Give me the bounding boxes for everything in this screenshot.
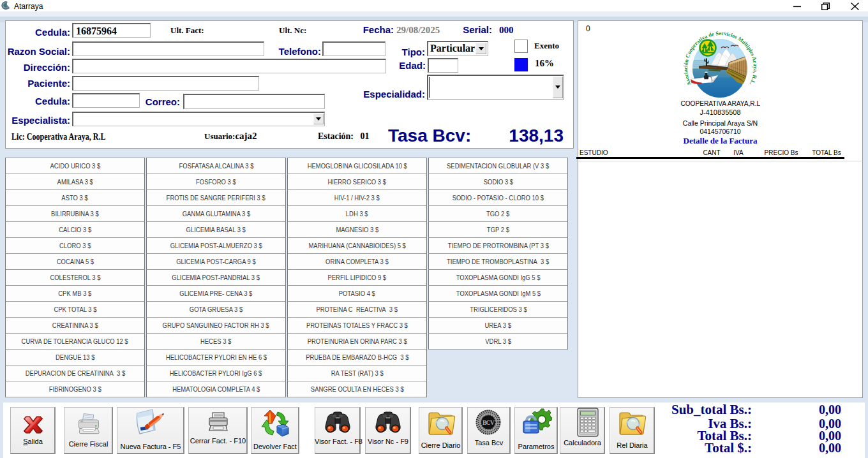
svg-text:BCV: BCV: [483, 419, 495, 426]
